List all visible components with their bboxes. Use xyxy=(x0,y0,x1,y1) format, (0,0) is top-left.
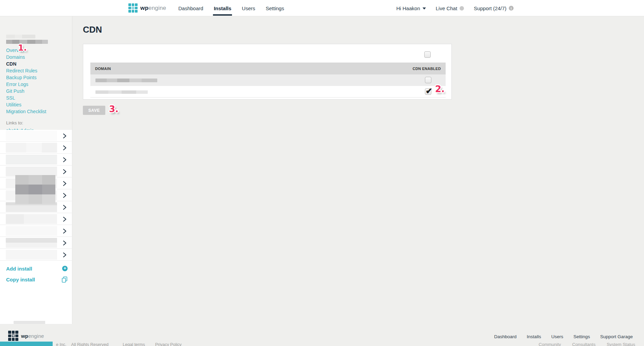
plus-icon[interactable]: + xyxy=(62,266,68,271)
footer-support-garage-link[interactable]: Support Garage xyxy=(600,334,633,339)
chevron-right-icon xyxy=(63,169,67,174)
redacted-install-row xyxy=(6,226,57,236)
save-button[interactable]: SAVE xyxy=(83,106,105,115)
logo-wp: wp xyxy=(21,333,28,339)
redacted-install-mosaic xyxy=(15,175,55,204)
footer-system-status-link[interactable]: System Status xyxy=(607,342,635,346)
redacted-install-row xyxy=(6,155,57,165)
sidebar-item-migration-checklist[interactable]: Migration Checklist xyxy=(6,108,46,115)
nav-users[interactable]: Users xyxy=(242,0,255,16)
install-list-item[interactable] xyxy=(0,142,72,154)
footer-teal-bar xyxy=(0,342,53,346)
install-nav: Overview Domains CDN Redirect Rules Back… xyxy=(6,47,46,115)
footer-sublinks: Community Consultants System Status xyxy=(539,342,635,346)
column-domain: DOMAIN xyxy=(95,67,111,71)
privacy-policy-link[interactable]: Privacy Policy xyxy=(155,342,182,346)
footer-logo-text: wpengine xyxy=(21,333,44,339)
sidebar-item-cdn[interactable]: CDN xyxy=(6,60,46,67)
support-label: Support (24/7) xyxy=(474,5,506,11)
cdn-card: DOMAIN CDN ENABLED xyxy=(83,44,452,100)
sidebar-item-error-logs[interactable]: Error Logs xyxy=(6,81,46,88)
primary-nav: Dashboard Installs Users Settings xyxy=(178,0,284,16)
footer-consultants-link[interactable]: Consultants xyxy=(572,342,596,346)
footer-copyright: e Inc. All Rights Reserved Legal terms P… xyxy=(56,342,181,346)
nav-settings[interactable]: Settings xyxy=(266,0,284,16)
cdn-table: DOMAIN CDN ENABLED xyxy=(90,63,446,98)
logo-engine: engine xyxy=(148,5,166,11)
install-list-item[interactable] xyxy=(0,237,72,249)
sidebar-item-ssl[interactable]: SSL xyxy=(6,94,46,101)
annotation-1: 1. xyxy=(18,43,27,53)
table-header: DOMAIN CDN ENABLED xyxy=(90,63,446,74)
redacted-install-environment xyxy=(6,35,35,38)
redacted-domain xyxy=(95,90,148,94)
user-greeting: Hi Haakon xyxy=(396,5,420,11)
legal-terms-link[interactable]: Legal terms xyxy=(123,342,145,346)
select-all-checkbox[interactable] xyxy=(424,51,431,58)
sidebar-item-utilities[interactable]: Utilities xyxy=(6,101,46,108)
chevron-right-icon xyxy=(63,145,67,151)
live-chat-button[interactable]: Live Chat xyxy=(436,5,464,11)
sidebar-item-redirect-rules[interactable]: Redirect Rules xyxy=(6,67,46,74)
sidebar-item-backup-points[interactable]: Backup Points xyxy=(6,74,46,81)
install-list: Add install + Copy install xyxy=(0,130,72,324)
chevron-right-icon xyxy=(63,205,67,210)
footer-installs-link[interactable]: Installs xyxy=(527,334,541,339)
redacted-fragment xyxy=(14,321,45,324)
page-title: CDN xyxy=(83,24,102,35)
footer-links: Dashboard Installs Users Settings Suppor… xyxy=(494,334,633,339)
footer-community-link[interactable]: Community xyxy=(539,342,561,346)
chevron-right-icon xyxy=(63,193,67,198)
cdn-enabled-checkbox[interactable] xyxy=(425,77,431,83)
redacted-install-row xyxy=(6,250,57,260)
wpengine-footer-logo-icon xyxy=(8,331,18,341)
top-nav: wpengine Dashboard Installs Users Settin… xyxy=(0,0,644,16)
info-icon: i xyxy=(509,6,514,11)
chevron-right-icon xyxy=(63,133,67,139)
chevron-right-icon xyxy=(63,228,67,234)
copy-icon[interactable] xyxy=(61,276,68,284)
chevron-right-icon xyxy=(63,240,67,246)
logo-wp: wp xyxy=(140,5,148,11)
annotation-3: 3. xyxy=(109,104,119,114)
support-button[interactable]: Support (24/7) i xyxy=(474,5,514,11)
footer-logo[interactable]: wpengine xyxy=(8,331,44,341)
cdn-enabled-checkbox-checked[interactable] xyxy=(425,88,431,95)
install-sidebar: Overview Domains CDN Redirect Rules Back… xyxy=(0,16,72,130)
wpengine-logo-icon xyxy=(128,3,138,13)
links-to-label: Links to: xyxy=(6,120,23,125)
install-list-item[interactable] xyxy=(0,249,72,261)
footer-dashboard-link[interactable]: Dashboard xyxy=(494,334,517,339)
chevron-right-icon xyxy=(63,157,67,162)
table-row xyxy=(90,74,446,86)
caret-down-icon xyxy=(423,7,426,10)
redacted-install-row xyxy=(6,238,57,248)
chat-status-icon xyxy=(460,6,464,11)
sidebar-item-git-push[interactable]: Git Push xyxy=(6,88,46,94)
copy-install-button[interactable]: Copy install xyxy=(6,277,35,282)
footer-settings-link[interactable]: Settings xyxy=(573,334,590,339)
install-list-item[interactable] xyxy=(0,154,72,166)
redacted-install-name xyxy=(6,40,48,44)
nav-right: Hi Haakon Live Chat Support (24/7) i xyxy=(396,0,514,16)
live-chat-label: Live Chat xyxy=(436,5,457,11)
footer-users-link[interactable]: Users xyxy=(551,334,563,339)
nav-dashboard[interactable]: Dashboard xyxy=(178,0,203,16)
install-list-item[interactable] xyxy=(0,225,72,237)
table-row xyxy=(90,86,446,98)
add-install-button[interactable]: Add install xyxy=(6,266,32,272)
wpengine-app: wpengine Dashboard Installs Users Settin… xyxy=(0,0,644,346)
annotation-2: 2. xyxy=(435,84,445,94)
user-menu[interactable]: Hi Haakon xyxy=(396,5,426,11)
redacted-install-row xyxy=(6,143,57,153)
wpengine-logo[interactable]: wpengine xyxy=(128,3,166,13)
chevron-right-icon xyxy=(63,252,67,258)
install-list-item[interactable] xyxy=(0,130,72,142)
chevron-right-icon xyxy=(63,181,67,186)
nav-installs[interactable]: Installs xyxy=(214,0,231,16)
install-list-item[interactable] xyxy=(0,213,72,225)
chevron-right-icon xyxy=(63,217,67,222)
logo-engine: engine xyxy=(28,333,44,339)
sidebar-item-domains[interactable]: Domains xyxy=(6,54,46,60)
redacted-install-row xyxy=(6,214,57,224)
